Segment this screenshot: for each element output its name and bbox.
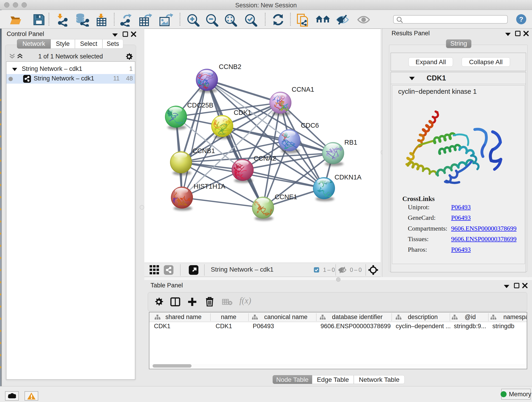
svg-text:CCNB2: CCNB2: [219, 63, 241, 70]
svg-text:CDC25B: CDC25B: [187, 102, 213, 109]
svg-text:CCNE1: CCNE1: [275, 193, 297, 201]
svg-text:RB1: RB1: [344, 139, 357, 146]
svg-text:CDC6: CDC6: [301, 122, 319, 129]
svg-text:CCNA1: CCNA1: [292, 86, 314, 93]
svg-text:CCNB1: CCNB1: [192, 147, 215, 154]
svg-text:?: ?: [519, 15, 523, 23]
svg-text:CCNA2: CCNA2: [254, 155, 276, 162]
svg-text:CDK1: CDK1: [234, 109, 251, 116]
svg-text:CDKN1A: CDKN1A: [335, 173, 361, 181]
svg-text:HIST1H1A: HIST1H1A: [194, 183, 225, 190]
